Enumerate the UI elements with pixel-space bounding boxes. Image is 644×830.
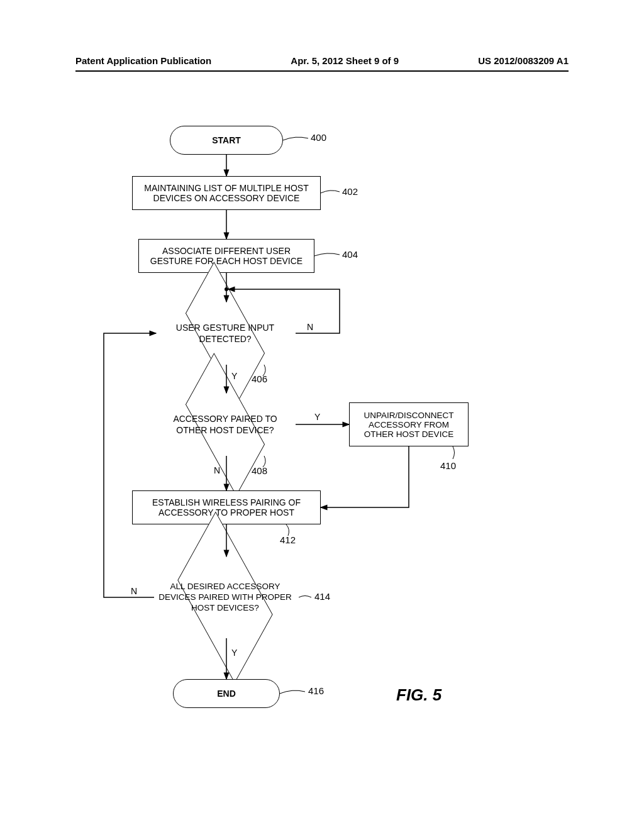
pub-type: Patent Application Publication	[75, 55, 211, 66]
flowchart: START MAINTAINING LIST OF MULTIPLE HOST …	[0, 113, 644, 742]
dec3-no: N	[131, 586, 137, 596]
ref-412: 412	[280, 534, 296, 545]
ref-414: 414	[314, 591, 330, 602]
ref-416: 416	[308, 685, 324, 696]
pub-number: US 2012/0083209 A1	[478, 55, 569, 66]
dec2-yes: Y	[314, 412, 320, 422]
ref-402: 402	[342, 186, 358, 197]
dec3-yes: Y	[231, 648, 237, 658]
dec1-yes: Y	[231, 371, 237, 381]
svg-point-3	[225, 287, 228, 291]
ref-406: 406	[252, 374, 267, 384]
ref-410: 410	[440, 460, 456, 471]
figure-caption: FIG. 5	[396, 685, 441, 705]
dec2-no: N	[214, 465, 220, 475]
ref-400: 400	[311, 132, 326, 143]
page-date: Apr. 5, 2012 Sheet 9 of 9	[291, 55, 399, 66]
flow-arrows	[0, 113, 644, 729]
header-rule	[75, 70, 569, 72]
dec1-no: N	[307, 322, 313, 332]
ref-408: 408	[252, 465, 267, 476]
ref-404: 404	[342, 249, 358, 260]
